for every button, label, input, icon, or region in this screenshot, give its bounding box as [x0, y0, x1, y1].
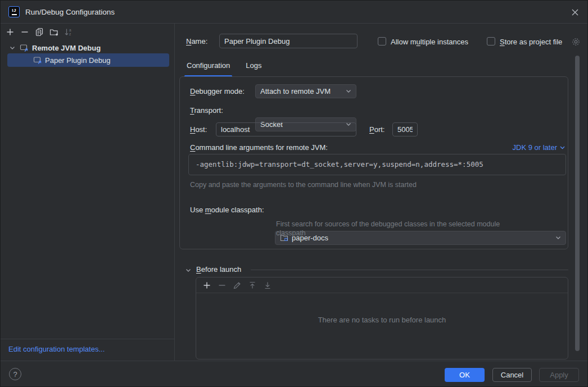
command-line-label: Command line arguments for remote JVM: — [190, 143, 328, 152]
before-launch-collapse-button[interactable] — [185, 267, 192, 274]
before-launch-empty-text: There are no tasks to run before launch — [196, 316, 568, 324]
debugger-mode-select[interactable]: Attach to remote JVM — [255, 84, 356, 98]
add-task-button[interactable] — [202, 280, 212, 290]
debugger-mode-value: Attach to remote JVM — [260, 87, 331, 95]
editor-tabs: Configuration Logs — [186, 58, 263, 76]
chevron-down-icon — [560, 146, 565, 149]
question-mark-icon: ? — [13, 370, 17, 379]
new-folder-button[interactable] — [49, 27, 59, 37]
configuration-editor: Name: Allow multiple instances Store as … — [175, 24, 588, 361]
port-input[interactable] — [392, 122, 418, 136]
jdk-version-select[interactable]: JDK 9 or later — [513, 143, 565, 152]
name-input[interactable] — [219, 34, 358, 48]
intellij-logo-icon: IJ — [8, 6, 20, 17]
dialog-title: Run/Debug Configurations — [25, 8, 115, 16]
allow-multiple-instances-label: Allow multiple instances — [391, 38, 468, 46]
allow-multiple-instances-checkbox[interactable] — [378, 37, 386, 45]
command-line-arguments-box[interactable]: -agentlib:jdwp=transport=dt_socket,serve… — [188, 154, 566, 175]
chevron-down-icon — [185, 267, 192, 274]
tree-item-paper-plugin-debug[interactable]: Paper Plugin Debug — [7, 53, 169, 67]
gear-icon — [571, 37, 581, 47]
chevron-down-icon — [346, 89, 351, 93]
minus-icon — [218, 281, 227, 290]
svg-text:z: z — [69, 32, 71, 36]
plus-icon — [202, 281, 211, 290]
svg-text:a: a — [69, 28, 71, 32]
cancel-button[interactable]: Cancel — [492, 368, 532, 382]
add-configuration-button[interactable] — [5, 27, 15, 37]
before-launch-divider — [251, 270, 568, 270]
module-classpath-hint: First search for sources of the debugged… — [276, 220, 512, 238]
sort-configurations-button[interactable]: az — [64, 27, 74, 37]
edit-templates-link[interactable]: Edit configuration templates... — [8, 345, 105, 353]
move-task-up-button[interactable] — [247, 280, 257, 290]
host-label: Host: — [190, 125, 207, 134]
command-line-arguments-value: -agentlib:jdwp=transport=dt_socket,serve… — [189, 154, 566, 174]
new-folder-icon — [49, 28, 59, 37]
jdk-version-value: JDK 9 or later — [513, 143, 557, 152]
store-options-button[interactable] — [571, 37, 581, 47]
store-as-project-file-checkbox[interactable] — [487, 37, 495, 45]
tree-group-label: Remote JVM Debug — [32, 44, 101, 52]
move-up-icon — [248, 281, 257, 290]
move-task-down-button[interactable] — [263, 280, 273, 290]
tree-group-remote-jvm-debug[interactable]: Remote JVM Debug — [1, 41, 175, 54]
vertical-scrollbar-thumb[interactable] — [575, 56, 580, 351]
before-launch-label: Before launch — [196, 265, 241, 274]
apply-button[interactable]: Apply — [539, 368, 579, 382]
chevron-down-icon[interactable] — [9, 44, 16, 51]
copy-icon — [35, 28, 44, 37]
move-down-icon — [263, 281, 272, 290]
help-button[interactable]: ? — [9, 368, 21, 380]
remove-task-button[interactable] — [217, 280, 227, 290]
store-as-project-file-label: Store as project file — [500, 38, 562, 46]
before-launch-toolbar — [196, 277, 568, 293]
tab-configuration[interactable]: Configuration — [186, 58, 230, 76]
sort-az-icon: az — [64, 28, 73, 37]
edit-task-button[interactable] — [232, 280, 242, 290]
port-label: Port: — [369, 125, 385, 134]
dialog-footer: ? OK Cancel Apply — [1, 361, 588, 387]
configuration-tab-panel: Debugger mode: Attach to remote JVM Tran… — [179, 76, 568, 249]
ok-button[interactable]: OK — [445, 368, 485, 382]
sidebar-divider — [1, 339, 175, 339]
tree-item-label: Paper Plugin Debug — [45, 56, 110, 65]
name-label: Name: — [186, 37, 207, 45]
debugger-mode-label: Debugger mode: — [190, 87, 245, 95]
host-input[interactable] — [216, 122, 356, 136]
run-debug-configurations-dialog: IJ Run/Debug Configurations az — [0, 0, 588, 387]
before-launch-tasks-panel: There are no tasks to run before launch — [196, 277, 568, 359]
close-icon — [571, 8, 579, 16]
plus-icon — [6, 28, 15, 37]
remote-debug-config-icon — [33, 56, 42, 65]
title-bar: IJ Run/Debug Configurations — [1, 1, 588, 24]
sidebar-toolbar: az — [1, 25, 74, 39]
remote-debug-config-icon — [20, 43, 29, 52]
tab-logs[interactable]: Logs — [245, 58, 262, 76]
transport-label: Transport: — [190, 106, 223, 115]
close-button[interactable] — [569, 7, 581, 18]
copy-configuration-button[interactable] — [34, 27, 44, 37]
chevron-down-icon — [555, 236, 561, 240]
configurations-sidebar: az Remote JVM Debug Paper Plugin Debug E… — [1, 24, 175, 361]
command-line-hint: Copy and paste the arguments to the comm… — [190, 181, 417, 189]
minus-icon — [20, 28, 29, 37]
remove-configuration-button[interactable] — [20, 27, 30, 37]
pencil-icon — [233, 281, 242, 290]
module-classpath-label: Use module classpath: — [190, 206, 264, 214]
